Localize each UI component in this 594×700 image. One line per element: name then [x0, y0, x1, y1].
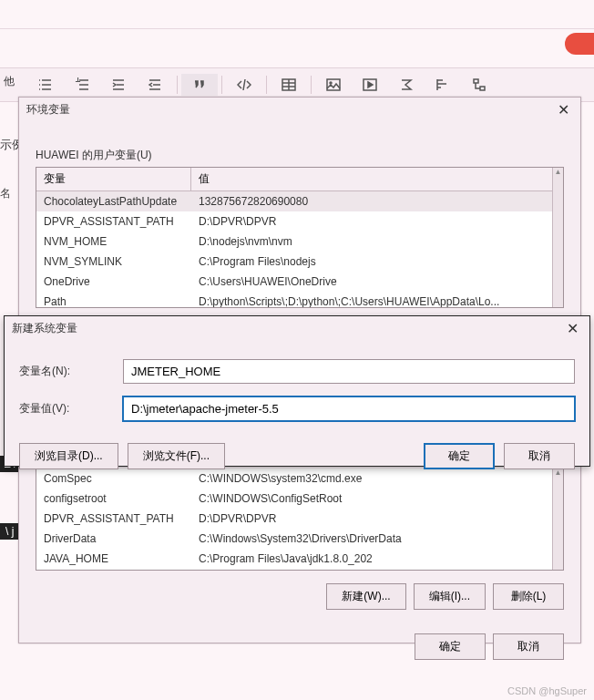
var-value-label: 变量值(V): [19, 401, 108, 417]
top-gap [0, 0, 594, 29]
var-name-label: 变量名(N): [19, 364, 108, 379]
var-name-input[interactable] [123, 359, 575, 384]
table-row[interactable]: JAVA_HOMEC:\Program Files\Java\jdk1.8.0_… [36, 549, 552, 569]
user-vars-table: 变量 值 ChocolateyLastPathUpdate13287567282… [36, 167, 564, 308]
image-icon[interactable] [315, 74, 352, 96]
left-dark-tab-2[interactable]: \ j [0, 523, 19, 540]
table-row[interactable]: DPVR_ASSISTANT_PATHD:\DPVR\DPVR [36, 509, 552, 529]
new-var-titlebar: 新建系统变量 ✕ [5, 316, 589, 341]
svg-text:1: 1 [75, 77, 81, 85]
table-header: 变量 值 [36, 168, 552, 191]
svg-rect-2 [327, 79, 340, 90]
outdent-icon[interactable] [137, 74, 173, 96]
quote-icon[interactable] [181, 74, 218, 96]
video-icon[interactable] [352, 74, 388, 96]
table-icon[interactable] [271, 74, 307, 96]
flowchart-icon[interactable] [461, 74, 497, 96]
env-dialog-title: 环境变量 [26, 102, 70, 118]
browse-dir-button[interactable]: 浏览目录(D)... [19, 443, 118, 469]
scrollbar[interactable] [552, 468, 563, 570]
table-row[interactable]: PathD:\python\Scripts\;D:\python\;C:\Use… [36, 292, 552, 307]
formula-icon[interactable] [388, 74, 425, 96]
new-var-title: 新建系统变量 [12, 321, 77, 336]
browse-file-button[interactable]: 浏览文件(F)... [128, 443, 225, 469]
col-name[interactable]: 变量 [36, 168, 191, 190]
env-dialog-titlebar: 环境变量 ✕ [19, 98, 580, 122]
red-pill-button[interactable] [565, 33, 594, 55]
new-var-dialog: 新建系统变量 ✕ 变量名(N): 变量值(V): 浏览目录(D)... 浏览文件… [4, 315, 590, 467]
scrollbar[interactable] [552, 168, 563, 307]
left-name-label: 名 [0, 186, 11, 201]
list-icon[interactable] [27, 74, 64, 96]
svg-rect-6 [480, 87, 485, 90]
table-row[interactable]: DriverDataC:\Windows\System32\Drivers\Dr… [36, 529, 552, 549]
new-button[interactable]: 新建(W)... [326, 583, 405, 610]
left-tab-other[interactable]: 他 [0, 72, 18, 91]
close-icon[interactable]: ✕ [563, 320, 582, 337]
svg-rect-5 [474, 79, 478, 83]
ok-button[interactable]: 确定 [424, 443, 495, 469]
system-vars-table: ComSpecC:\WINDOWS\system32\cmd.exe confi… [36, 468, 564, 571]
cancel-button[interactable]: 取消 [504, 443, 575, 469]
dialog-footer-buttons: 确定 取消 [36, 633, 564, 660]
table-row[interactable]: NVM_HOMED:\nodejs\nvm\nvm [36, 232, 552, 252]
delete-button[interactable]: 删除(L) [493, 583, 564, 610]
watermark: CSDN @hgSuper [507, 685, 587, 696]
table-row[interactable]: OneDriveC:\Users\HUAWEI\OneDrive [36, 272, 552, 292]
ordered-list-icon[interactable]: 1 [64, 74, 100, 96]
table-row[interactable]: DPVR_ASSISTANT_PATHD:\DPVR\DPVR [36, 211, 552, 232]
indent-icon[interactable] [100, 74, 137, 96]
gantt-icon[interactable] [425, 74, 461, 96]
ok-button[interactable]: 确定 [415, 633, 486, 660]
system-vars-buttons: 新建(W)... 编辑(I)... 删除(L) [36, 583, 564, 610]
user-vars-label: HUAWEI 的用户变量(U) [36, 148, 564, 163]
var-value-input[interactable] [123, 396, 575, 421]
table-row[interactable]: configsetrootC:\WINDOWS\ConfigSetRoot [36, 489, 552, 509]
close-icon[interactable]: ✕ [554, 101, 573, 118]
cancel-button[interactable]: 取消 [493, 633, 564, 660]
code-icon[interactable] [226, 74, 262, 96]
table-row[interactable]: ChocolateyLastPathUpdate1328756728206900… [36, 191, 552, 211]
edit-button[interactable]: 编辑(I)... [414, 583, 486, 610]
table-row[interactable]: NVM_SYMLINKC:\Program Files\nodejs [36, 252, 552, 272]
svg-point-3 [330, 82, 332, 84]
col-value[interactable]: 值 [191, 168, 552, 190]
